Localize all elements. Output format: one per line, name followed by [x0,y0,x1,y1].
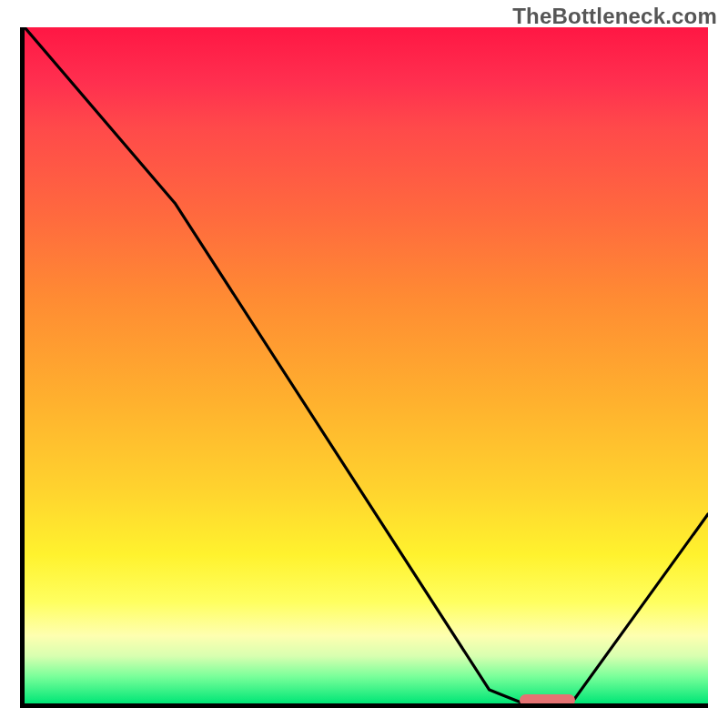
plot-area [20,27,708,708]
curve-path [25,27,708,703]
optimal-marker [520,694,575,706]
chart-container: TheBottleneck.com [0,0,728,728]
bottleneck-curve [25,27,708,703]
watermark-text: TheBottleneck.com [512,4,717,29]
